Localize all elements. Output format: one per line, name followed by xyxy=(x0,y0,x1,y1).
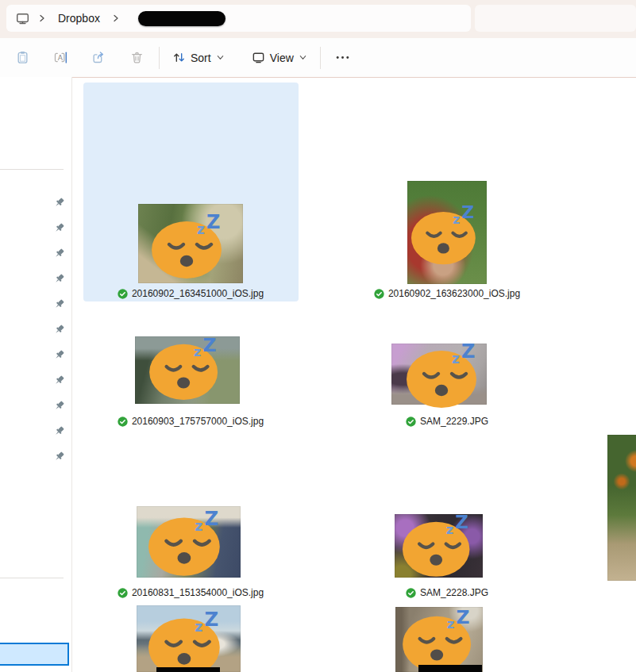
search-input[interactable] xyxy=(475,5,636,32)
sleeping-face-emoji xyxy=(411,203,484,266)
pin-icon xyxy=(53,349,65,361)
view-button[interactable]: View xyxy=(245,44,314,72)
paste-icon xyxy=(16,51,29,64)
sidebar-item-pinned-9[interactable] xyxy=(0,394,70,417)
sidebar-item-pinned-5[interactable] xyxy=(0,293,70,315)
more-options-icon xyxy=(334,51,351,64)
navigation-pane xyxy=(0,77,72,672)
sort-button[interactable]: Sort xyxy=(166,44,231,72)
file-name: 20160902_163623000_iOS.jpg xyxy=(388,288,520,299)
sidebar-item-pinned-10[interactable] xyxy=(0,420,70,442)
chevron-down-icon xyxy=(216,53,225,62)
sleeping-face-emoji xyxy=(406,341,485,409)
sidebar-item-pinned-1[interactable] xyxy=(0,191,70,213)
file-name: 20160903_175757000_iOS.jpg xyxy=(132,416,264,427)
chevron-down-icon xyxy=(299,53,307,62)
pin-icon xyxy=(53,451,65,463)
sync-status-icon xyxy=(118,588,128,598)
pin-icon xyxy=(53,222,65,234)
paste-button[interactable] xyxy=(6,44,38,72)
file-name: SAM_2229.JPG xyxy=(420,416,488,427)
delete-button[interactable] xyxy=(121,44,152,72)
pin-icon xyxy=(53,197,65,209)
redaction-bar xyxy=(418,665,482,672)
share-button[interactable] xyxy=(83,44,114,72)
sidebar-item-pinned-8[interactable] xyxy=(0,369,70,391)
breadcrumb-item-dropbox[interactable]: Dropbox xyxy=(55,12,103,25)
sync-status-icon xyxy=(118,417,128,427)
chevron-right-icon xyxy=(37,13,47,23)
command-bar: Sort View xyxy=(0,38,636,77)
sleeping-face-emoji xyxy=(148,609,229,672)
toolbar-separator xyxy=(320,47,321,69)
sidebar-item-pinned-11[interactable] xyxy=(0,445,70,467)
sync-status-icon xyxy=(118,289,128,299)
sidebar-divider xyxy=(0,169,64,170)
sync-status-icon xyxy=(406,588,416,598)
file-thumbnail xyxy=(407,181,487,284)
sidebar-item-pinned-4[interactable] xyxy=(0,267,70,290)
sidebar-item-pinned-6[interactable] xyxy=(0,318,70,340)
address-bar[interactable]: Dropbox xyxy=(6,5,471,32)
delete-icon xyxy=(130,51,144,64)
sleeping-face-emoji xyxy=(151,212,230,280)
rename-button[interactable] xyxy=(44,44,76,72)
sidebar-divider xyxy=(0,578,64,578)
pin-icon xyxy=(53,298,65,310)
sidebar-item-pinned-7[interactable] xyxy=(0,344,70,366)
file-thumbnail xyxy=(137,605,241,672)
file-explorer-window: Dropbox Sort xyxy=(0,0,636,672)
view-button-label: View xyxy=(270,52,294,64)
chevron-right-icon xyxy=(111,13,121,23)
sync-status-icon xyxy=(374,289,384,299)
file-name: 20160831_151354000_iOS.jpg xyxy=(132,587,264,598)
sort-button-label: Sort xyxy=(191,52,211,64)
pin-icon xyxy=(53,324,65,336)
file-thumbnail xyxy=(138,204,243,283)
sleeping-face-emoji xyxy=(148,335,226,401)
files-grid: 20160902_163451000_iOS.jpg 20160902_1636… xyxy=(72,77,636,672)
redaction-bar xyxy=(156,667,220,672)
sync-status-icon xyxy=(406,417,416,427)
sidebar-tooltip xyxy=(0,643,69,666)
file-thumbnail xyxy=(135,336,240,404)
share-icon xyxy=(92,51,106,64)
more-options-button[interactable] xyxy=(327,44,359,72)
file-name: 20160902_163451000_iOS.jpg xyxy=(132,288,264,299)
sleeping-face-emoji xyxy=(402,607,480,672)
redacted-breadcrumb-item[interactable] xyxy=(138,11,225,26)
view-icon xyxy=(252,51,265,64)
sort-icon xyxy=(172,51,186,64)
sleeping-face-emoji xyxy=(148,508,229,578)
sleeping-face-emoji xyxy=(402,513,478,578)
file-thumbnail xyxy=(391,344,487,405)
pin-icon xyxy=(53,248,65,259)
sidebar-item-pinned-3[interactable] xyxy=(0,242,70,264)
title-bar-area: Dropbox xyxy=(0,0,636,38)
file-thumbnail xyxy=(395,514,483,578)
file-thumbnail xyxy=(137,506,241,578)
pin-icon xyxy=(53,273,65,285)
file-name: SAM_2228.JPG xyxy=(420,587,488,598)
file-thumbnail xyxy=(395,607,483,672)
pin-icon xyxy=(53,400,65,412)
monitor-icon[interactable] xyxy=(16,12,29,25)
pin-icon xyxy=(53,374,65,386)
sidebar-item-pinned-2[interactable] xyxy=(0,217,70,239)
rename-icon xyxy=(54,51,67,64)
file-thumbnail xyxy=(607,435,636,581)
pin-icon xyxy=(53,425,65,437)
toolbar-separator xyxy=(159,47,160,69)
